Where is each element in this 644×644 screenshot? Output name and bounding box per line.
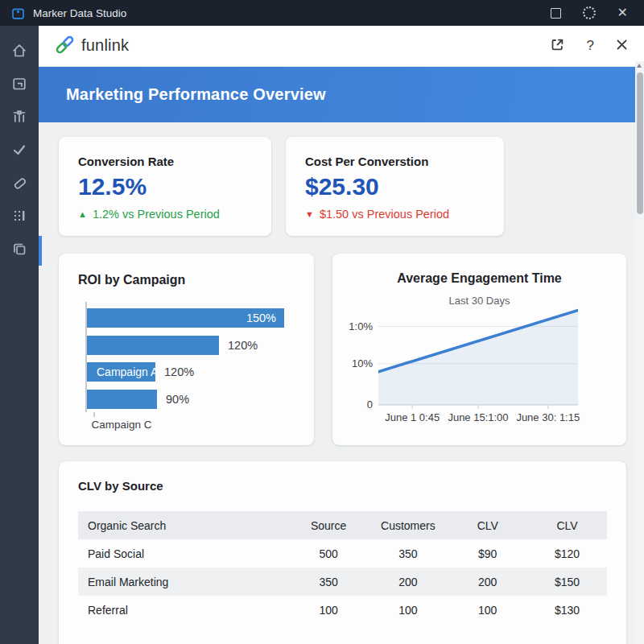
chart-title: Average Engagement Time (332, 271, 626, 286)
table-cell: $130 (527, 596, 607, 624)
table-cell: $90 (448, 539, 527, 568)
export-icon[interactable] (550, 37, 565, 56)
bar-segment[interactable]: 150% (87, 308, 284, 328)
columns-chart-icon[interactable] (11, 109, 27, 125)
scroll-up-arrow-icon[interactable] (637, 64, 642, 68)
help-icon[interactable]: ? (587, 38, 594, 54)
table-cell: $150 (527, 568, 607, 596)
table-cell: 350 (289, 568, 369, 596)
table-cell: 200 (368, 568, 448, 596)
check-icon[interactable] (11, 142, 27, 158)
table-cell: 200 (448, 568, 527, 596)
clv-by-source-card: CLV by Source Organic SearchSourceCustom… (59, 461, 626, 644)
table-header-row: Organic SearchSourceCustomersCLVCLV (78, 511, 607, 539)
table-cell: 500 (289, 539, 369, 568)
table-cell: Email Marketing (78, 568, 289, 596)
kpi-value: $25.30 (305, 173, 485, 200)
bar-inner-label: Campaign A (97, 362, 158, 382)
bar-chart-plot: 150%120%Campaign A120%90% (85, 302, 314, 412)
table-header-cell: Source (289, 511, 369, 539)
line-chart-plot (378, 304, 578, 411)
y-axis-tick-label: 1:0% (332, 320, 373, 332)
bar-value-label: 150% (246, 308, 276, 328)
trend-up-icon: ▲ (78, 209, 87, 219)
table-cell: 350 (368, 539, 448, 568)
bar-segment[interactable]: Campaign A120% (87, 362, 155, 382)
kpi-label: Cost Per Converstion (305, 155, 485, 168)
bar-value-label: 120% (228, 336, 258, 355)
table-title: CLV by Source (78, 479, 163, 493)
table-cell: $120 (527, 539, 607, 568)
funlink-chain-icon (55, 35, 75, 58)
copy-icon[interactable] (11, 241, 27, 257)
close-icon[interactable]: ✕ (617, 6, 628, 19)
table-cell: Referral (78, 596, 289, 624)
bar-segment[interactable]: 90% (87, 390, 157, 409)
table-row[interactable]: Referral100100100$130 (78, 596, 607, 624)
brand[interactable]: funlink (55, 35, 129, 58)
bar-value-label: 120% (164, 362, 194, 382)
table-cell: 100 (289, 596, 369, 624)
spinner-icon[interactable] (583, 6, 596, 19)
window-title: Marker Data Studio (33, 7, 126, 19)
table-row[interactable]: Email Marketing350200200$150 (78, 568, 607, 596)
x-axis-tick (93, 412, 95, 417)
titlebar[interactable]: Marker Data Studio ✕ (0, 0, 644, 26)
bar-segment[interactable]: 120% (87, 336, 219, 355)
bar-value-label: 90% (166, 390, 189, 409)
trend-down-icon: ▼ (305, 209, 314, 219)
kpi-value: 12.5% (78, 173, 252, 200)
kpi-card-conversion-rate: Conversion Rate 12.5% ▲1.2% vs Previous … (59, 137, 271, 236)
y-axis-tick-label: 10% (332, 357, 373, 369)
sidebar (0, 26, 39, 644)
table-header-cell: CLV (448, 511, 527, 539)
kpi-delta-text: 1.2% vs Previous Period (93, 208, 220, 221)
avg-engagement-time-card: Average Engagement Time Last 30 Days 1:0… (332, 254, 626, 445)
panel-icon[interactable] (11, 76, 27, 92)
y-axis-tick-label: 0 (332, 398, 373, 411)
x-axis-tick-label: June 30: 1:15 (500, 411, 597, 423)
table-cell: Paid Social (78, 539, 289, 568)
vertical-scrollbar[interactable] (635, 61, 644, 644)
kpi-delta: ▼$1.50 vs Previous Period (305, 208, 485, 221)
maximize-icon[interactable] (551, 8, 561, 19)
capsule-icon[interactable] (11, 175, 27, 191)
kpi-delta: ▲1.2% vs Previous Period (78, 208, 252, 221)
dotted-grid-icon[interactable] (11, 208, 27, 224)
table-header-cell: Customers (368, 511, 448, 539)
home-icon[interactable] (11, 43, 27, 59)
app-window: Marker Data Studio ✕ (0, 0, 644, 644)
x-axis-label: Campaign C (65, 419, 178, 431)
table-cell: 100 (368, 596, 448, 624)
kpi-delta-text: $1.50 vs Previous Period (320, 208, 449, 221)
content-area: funlink ? Marketing Performance Overview (39, 26, 644, 644)
table-cell: 100 (448, 596, 527, 624)
app-logo-icon (11, 6, 25, 20)
brand-name: funlink (81, 36, 129, 56)
table-row[interactable]: Paid Social500350$90$120 (78, 539, 607, 568)
sidebar-active-indicator (39, 236, 42, 266)
table-header-cell: CLV (527, 511, 607, 539)
app-header: funlink ? (39, 26, 644, 67)
report-banner: Marketing Performance Overview (39, 67, 635, 122)
chart-title: ROI by Campaign (78, 273, 185, 287)
report-title: Marketing Performance Overview (66, 85, 326, 104)
clv-table: Organic SearchSourceCustomersCLVCLVPaid … (78, 511, 607, 624)
kpi-label: Conversion Rate (78, 155, 252, 168)
roi-by-campaign-card: ROI by Campaign 150%120%Campaign A120%90… (59, 254, 314, 445)
table-header-cell: Organic Search (78, 511, 289, 539)
kpi-card-cost-per-conversion: Cost Per Converstion $25.30 ▼$1.50 vs Pr… (286, 137, 504, 236)
scrollbar-thumb[interactable] (637, 72, 643, 214)
close-report-icon[interactable] (616, 39, 628, 54)
